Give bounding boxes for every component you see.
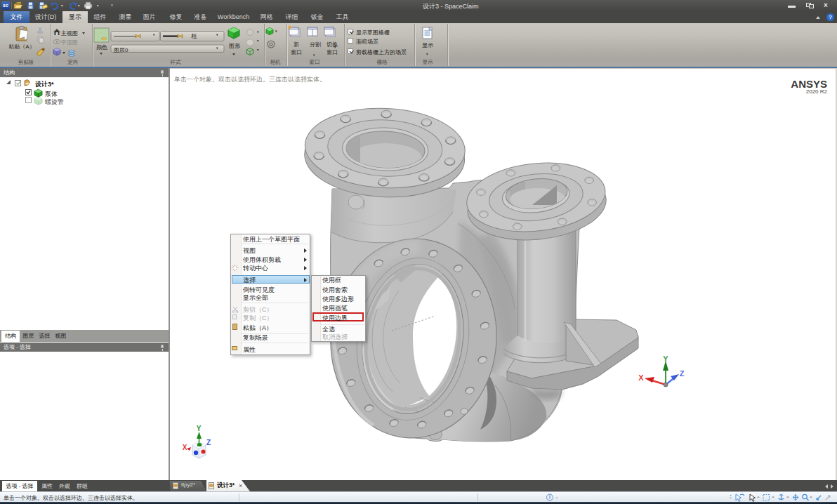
svg-text:Z: Z	[680, 369, 685, 378]
svg-text:X: X	[183, 444, 187, 451]
svg-text:Y: Y	[663, 354, 668, 363]
svg-text:Z: Z	[206, 439, 211, 446]
svg-text:X: X	[638, 373, 644, 382]
svg-text:Y: Y	[197, 425, 202, 432]
